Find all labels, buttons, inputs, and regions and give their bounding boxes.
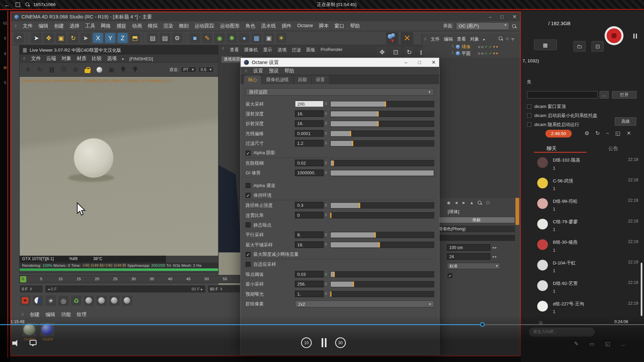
collapse-icon[interactable]: ◱ <box>605 341 610 347</box>
param-value-field[interactable]: 16. <box>295 241 324 248</box>
param-value-field[interactable]: 1. <box>295 291 324 297</box>
settings-gear-icon[interactable]: ⚙ <box>71 65 79 73</box>
region-render-icon[interactable]: Ⓡ <box>60 65 68 73</box>
slider-thumb[interactable] <box>333 272 335 277</box>
interface-dropdown[interactable]: OC (用户)▾ <box>456 22 509 30</box>
picture-in-picture-icon[interactable]: ▣ <box>107 65 115 73</box>
visibility-check-icon[interactable]: ✓ <box>485 45 488 49</box>
object-item-0[interactable]: └球体✓✓ <box>422 44 520 50</box>
octane-tab-1[interactable]: 摄像机滤镜 <box>262 75 293 84</box>
param-slider[interactable] <box>330 281 434 287</box>
param-value-field[interactable]: 1.2 <box>295 140 324 147</box>
live-viewer-titlebar[interactable]: Live Viewer 3.07-R2 中国C4D联盟中文汉化版 <box>20 46 218 55</box>
material-menu-item-2[interactable]: 功能 <box>61 311 71 318</box>
c4d-menu-item-16[interactable]: Octane <box>297 22 313 29</box>
lock-icon[interactable]: ⬡ <box>486 200 490 205</box>
chat-message-6[interactable]: D组-92-艺萱122:19 <box>521 277 644 297</box>
enable-dot-icon[interactable] <box>481 52 483 54</box>
chat-message-7[interactable]: d组-227号-王珣122:19 <box>521 297 644 318</box>
record-button[interactable] <box>604 26 623 45</box>
c4d-menu-item-14[interactable]: 流水线 <box>261 22 276 29</box>
timeline-ruler[interactable]: 0510152025303540455055 <box>19 275 240 283</box>
c4d-menu-item-2[interactable]: 创建 <box>54 22 64 29</box>
more-icon[interactable]: … <box>621 341 626 347</box>
maximize-icon[interactable]: □ <box>500 14 503 20</box>
c4d-menu-item-4[interactable]: 工具 <box>85 22 95 29</box>
om-menu-item-0[interactable]: 文件 <box>431 36 440 42</box>
c4d-menu-item-5[interactable]: 网格 <box>101 22 111 29</box>
slider-thumb[interactable] <box>353 281 354 287</box>
channel-dropdown[interactable]: PT▾ <box>181 66 196 72</box>
lv-menu-item-2[interactable]: 对象 <box>61 55 71 62</box>
progress-bar-remaining[interactable] <box>485 324 644 325</box>
tag-dot-icon[interactable] <box>493 46 495 48</box>
c4d-menu-item-18[interactable]: 窗口 <box>334 22 344 29</box>
mode-icon[interactable]: ◉ <box>447 200 450 205</box>
gear-icon[interactable]: ⚙ <box>584 130 589 136</box>
param-checkbox[interactable]: ✓ <box>246 193 251 198</box>
param-stepper-icon[interactable]: ⇕ <box>324 112 329 116</box>
param-checkbox[interactable]: ✓ <box>246 150 251 156</box>
lv-menu-item-3[interactable]: 材质 <box>76 55 86 62</box>
minimize-icon[interactable]: – <box>405 60 407 65</box>
expand-icon[interactable]: ◱ <box>615 130 620 136</box>
sun-light-icon[interactable]: ☀ <box>46 296 56 306</box>
panel-icon[interactable]: ▭ <box>589 341 594 347</box>
sphere-primitive-icon[interactable]: ● <box>239 33 250 43</box>
om-menu-item-2[interactable]: 查看 <box>457 36 466 42</box>
lv-menu-item-0[interactable]: 文件 <box>31 55 41 62</box>
up-icon[interactable]: ▲ <box>470 200 474 205</box>
viewport-menu-item-0[interactable]: 查看 <box>230 47 239 53</box>
last-tool-icon[interactable]: ➤ <box>80 33 91 43</box>
shading-row[interactable]: 平滑着色(Phong) <box>432 226 515 232</box>
param-slider[interactable] <box>330 101 434 107</box>
tag-dot-icon[interactable] <box>493 53 495 54</box>
viewport-menu-item-2[interactable]: 显示 <box>263 47 272 53</box>
camera-object-icon[interactable]: ▣ <box>264 33 274 43</box>
c4d-menu-item-0[interactable]: 文件 <box>23 22 33 29</box>
c4d-menu-item-3[interactable]: 选择 <box>70 22 79 29</box>
dialog-titlebar[interactable]: Octane 设置 – □ ✕ <box>241 58 439 67</box>
c4d-menu-item-13[interactable]: 角色 <box>246 22 255 29</box>
render-settings-icon[interactable]: ⚙ <box>172 33 182 43</box>
generator-icon[interactable]: ✱ <box>227 33 237 43</box>
chat-input[interactable]: 发送几句吧... <box>529 327 595 337</box>
array-object-icon[interactable]: ▦ <box>251 33 262 43</box>
forward-icon[interactable]: ► <box>462 200 466 205</box>
param-stepper-icon[interactable]: ⇕ <box>324 121 329 125</box>
capture-mode-button[interactable]: ▦ <box>534 40 557 50</box>
param-value-field[interactable]: 200. <box>295 101 324 107</box>
param-slider[interactable] <box>330 170 434 176</box>
stepper-icon[interactable]: ◂ ▸ <box>492 245 497 249</box>
chat-scrollbar[interactable] <box>641 263 642 316</box>
param-value-field[interactable]: 8. <box>295 232 324 238</box>
lv-menu-item-4[interactable]: 比较 <box>92 55 102 62</box>
param-slider[interactable] <box>330 291 434 297</box>
slider-thumb[interactable] <box>330 291 331 297</box>
recorder-option-2[interactable]: dicam 随系统启动运行 <box>527 120 597 129</box>
option-checkbox[interactable] <box>527 113 531 117</box>
param-stepper-icon[interactable]: ⇕ <box>324 131 329 135</box>
kernel-dropdown[interactable]: 路径追踪▾ <box>246 88 434 96</box>
param-slider[interactable] <box>330 202 434 208</box>
param-value-field[interactable]: 1000000. <box>295 170 324 176</box>
stepper-icon[interactable]: ◂ ▸ <box>492 254 497 258</box>
record-material-icon[interactable] <box>20 296 31 306</box>
param-slider[interactable] <box>330 140 434 146</box>
param-slider[interactable] <box>330 212 434 218</box>
enable-dot-icon[interactable] <box>478 46 480 48</box>
param-slider[interactable] <box>330 160 434 166</box>
param-slider[interactable] <box>330 242 434 248</box>
lock-resolution-icon[interactable] <box>84 65 92 73</box>
option-checkbox[interactable] <box>527 122 531 126</box>
coordinate-system-icon[interactable]: ⬒ <box>130 33 140 43</box>
param-stepper-icon[interactable]: ⇕ <box>324 203 329 207</box>
param-value-field[interactable]: 0.0001 <box>295 130 324 137</box>
param-slider[interactable] <box>330 130 434 136</box>
c4d-menu-item-12[interactable]: 运动图形 <box>220 22 240 29</box>
material-sphere-3-icon[interactable] <box>109 296 120 306</box>
rotate-tool-icon[interactable]: ↻ <box>68 33 78 43</box>
param-stepper-icon[interactable]: ⇕ <box>324 141 329 145</box>
recorder-option-1[interactable]: dicam 启动后最小化到系统托盘 <box>527 111 597 120</box>
viewport-menu-item-3[interactable]: 选项 <box>277 47 286 53</box>
